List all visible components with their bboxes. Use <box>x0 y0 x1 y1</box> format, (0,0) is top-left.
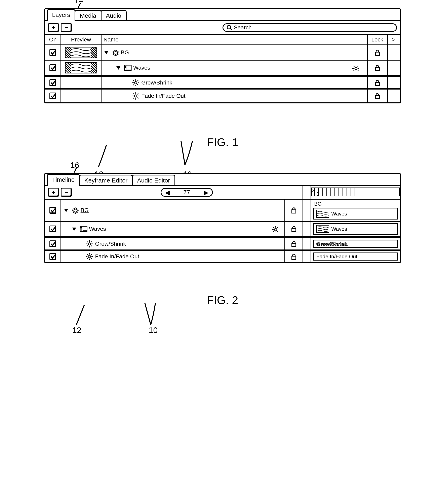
col-lock: Lock <box>368 35 388 44</box>
clip[interactable]: Fade In/Fade Out <box>313 253 398 261</box>
behavior-row[interactable]: Fade In/Fade Out <box>45 90 400 103</box>
disclosure-triangle[interactable]: ▼ <box>115 65 122 71</box>
layer-name[interactable]: Waves <box>133 65 150 71</box>
col-preview: Preview <box>61 35 101 44</box>
layers-panel: Layers Media Audio + − Search On Preview… <box>44 8 401 103</box>
clip-thumbnail <box>316 210 329 218</box>
clip[interactable]: Grow/Shrink <box>313 240 398 248</box>
disclosure-triangle[interactable]: ▼ <box>63 207 69 214</box>
tabbar: Layers Media Audio <box>45 9 400 21</box>
toolbar: + − Search <box>45 21 400 35</box>
layer-row[interactable]: ▼ BG <box>45 45 400 61</box>
preview-thumbnail <box>65 47 97 58</box>
gear-icon <box>85 253 93 261</box>
tab-timeline[interactable]: Timeline <box>47 174 80 185</box>
clip-label: Fade In/Fade Out <box>316 254 358 260</box>
behavior-row[interactable]: Grow/Shrink Grow/Shrink <box>45 237 400 251</box>
track-area[interactable]: BG Waves <box>311 200 400 221</box>
remove-button[interactable]: − <box>61 188 72 197</box>
layer-name[interactable]: BG <box>121 49 129 56</box>
clip-label: Waves <box>331 226 347 232</box>
gear-icon[interactable] <box>352 64 359 71</box>
visibility-checkbox[interactable] <box>50 49 56 56</box>
visibility-checkbox[interactable] <box>50 207 56 214</box>
layer-name[interactable]: Waves <box>89 226 106 232</box>
remove-button[interactable]: − <box>61 23 72 32</box>
gear-icon <box>132 79 140 87</box>
film-icon <box>79 225 88 233</box>
col-on: On <box>45 35 61 44</box>
search-input[interactable]: Search <box>222 23 397 32</box>
tab-media[interactable]: Media <box>75 10 101 20</box>
clip-label: Waves <box>331 211 347 217</box>
ref-16: 16 <box>70 161 79 170</box>
ref-12: 12 <box>72 326 81 335</box>
ref-10: 10 <box>149 326 158 335</box>
timeline-ruler[interactable]: 1 <box>311 187 400 196</box>
timeline-row[interactable]: ▼ BG BG Waves <box>45 200 400 222</box>
ref-14: 14 <box>74 0 83 5</box>
tabbar: Timeline Keyframe Editor Audio Editor <box>45 174 400 186</box>
add-button[interactable]: + <box>48 23 59 32</box>
gear-icon <box>85 240 93 248</box>
layer-row[interactable]: ▼ Waves <box>45 61 400 76</box>
search-placeholder: Search <box>234 24 252 31</box>
clip[interactable]: Waves <box>313 223 398 235</box>
add-button[interactable]: + <box>48 188 59 197</box>
lock-icon[interactable] <box>374 49 381 56</box>
ruler-label: 1 <box>316 191 319 196</box>
visibility-checkbox[interactable] <box>50 93 56 99</box>
stack-icon <box>71 206 79 214</box>
behavior-name[interactable]: Fade In/Fade Out <box>95 253 139 260</box>
visibility-checkbox[interactable] <box>50 64 56 71</box>
disclosure-triangle[interactable]: ▼ <box>71 226 77 232</box>
gear-icon[interactable] <box>272 226 278 232</box>
track-area[interactable]: Grow/Shrink <box>311 238 400 249</box>
behavior-name[interactable]: Grow/Shrink <box>95 241 126 247</box>
track-area[interactable]: Waves <box>311 222 400 236</box>
lock-icon[interactable] <box>290 240 298 247</box>
behavior-name[interactable]: Fade In/Fade Out <box>141 93 185 99</box>
film-icon <box>124 64 132 72</box>
clip-thumbnail <box>316 225 329 233</box>
behavior-name[interactable]: Grow/Shrink <box>141 80 172 86</box>
col-expand[interactable]: > <box>388 35 400 44</box>
clip[interactable]: Waves <box>313 208 398 219</box>
stack-icon <box>111 49 119 57</box>
lock-icon[interactable] <box>290 225 298 233</box>
tab-audio-editor[interactable]: Audio Editor <box>132 175 175 185</box>
lock-icon[interactable] <box>374 92 381 100</box>
lock-icon[interactable] <box>290 253 298 260</box>
frame-stepper[interactable]: ◀ 77 ▶ <box>161 188 213 197</box>
col-name: Name <box>101 35 368 44</box>
frame-next-icon[interactable]: ▶ <box>204 189 209 196</box>
clip-label: Grow/Shrink <box>316 241 348 247</box>
frame-prev-icon[interactable]: ◀ <box>165 189 170 196</box>
visibility-checkbox[interactable] <box>50 226 56 232</box>
behavior-row[interactable]: Grow/Shrink <box>45 76 400 90</box>
gear-icon <box>132 92 140 100</box>
tab-audio[interactable]: Audio <box>101 10 127 20</box>
preview-thumbnail <box>65 62 97 73</box>
track-area[interactable]: Fade In/Fade Out <box>311 251 400 262</box>
lock-icon[interactable] <box>290 207 298 214</box>
visibility-checkbox[interactable] <box>50 79 56 86</box>
layer-name[interactable]: BG <box>81 207 89 214</box>
frame-value[interactable]: 77 <box>183 189 190 196</box>
disclosure-triangle[interactable]: ▼ <box>103 49 109 56</box>
toolbar: + − ◀ 77 ▶ <box>45 186 303 199</box>
lock-icon[interactable] <box>374 79 381 86</box>
tab-keyframe-editor[interactable]: Keyframe Editor <box>79 175 133 185</box>
search-icon <box>227 25 232 30</box>
visibility-checkbox[interactable] <box>50 253 56 260</box>
column-header: On Preview Name Lock > <box>45 35 400 45</box>
timeline-panel: Timeline Keyframe Editor Audio Editor + … <box>44 173 401 263</box>
tab-layers[interactable]: Layers <box>47 9 75 20</box>
lock-icon[interactable] <box>374 64 381 72</box>
group-label: BG <box>313 201 398 207</box>
behavior-row[interactable]: Fade In/Fade Out Fade In/Fade Out <box>45 251 400 262</box>
visibility-checkbox[interactable] <box>50 240 56 247</box>
timeline-row[interactable]: ▼ Waves Waves <box>45 222 400 237</box>
